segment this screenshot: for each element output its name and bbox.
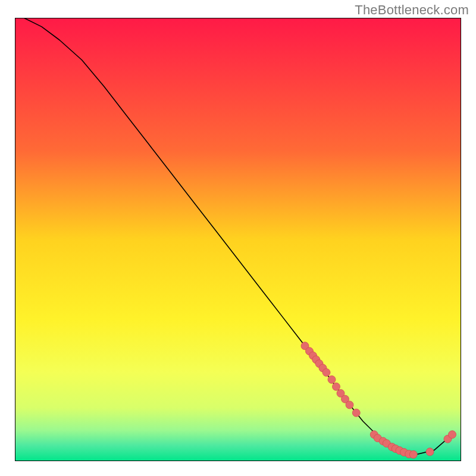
svg-point-27 — [449, 431, 456, 439]
chart-container: TheBottleneck.com — [0, 0, 476, 476]
svg-point-24 — [409, 450, 417, 458]
svg-point-10 — [333, 383, 340, 390]
svg-point-25 — [426, 448, 434, 456]
svg-rect-0 — [15, 18, 461, 461]
svg-point-13 — [346, 401, 353, 409]
chart-svg — [15, 18, 461, 461]
svg-point-8 — [322, 369, 330, 377]
watermark-text: TheBottleneck.com — [355, 2, 469, 18]
svg-point-14 — [352, 409, 360, 416]
plot-area — [15, 18, 461, 461]
svg-point-9 — [328, 375, 336, 383]
